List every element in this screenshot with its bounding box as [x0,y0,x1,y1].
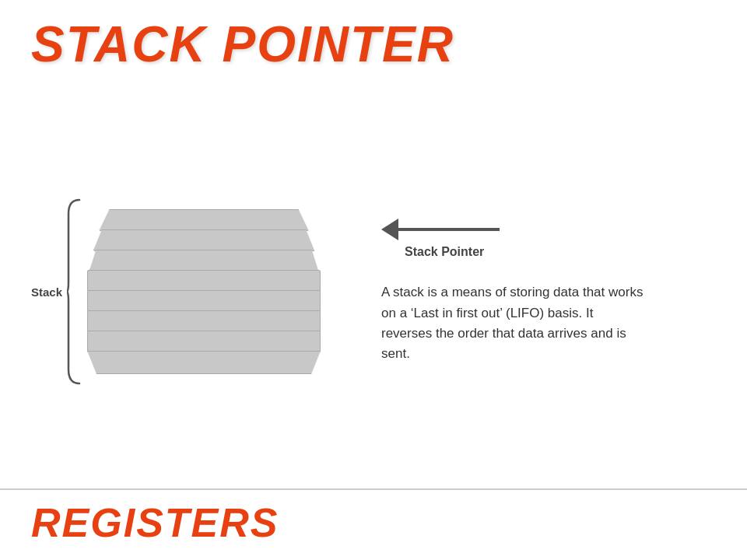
slide-container: STACK POINTER Stack [0,0,747,560]
stack-brace [65,198,82,385]
stack-layer [87,270,321,292]
divider-line [0,488,747,490]
stack-pointer-section: Stack Pointer [381,219,716,259]
stack-layer [87,290,321,312]
bottom-title: REGISTERS [31,499,279,546]
arrow-line [398,228,500,231]
right-content: Stack Pointer A stack is a means of stor… [358,219,716,364]
stack-label: Stack [31,285,62,299]
stack-layer [87,310,321,332]
title-section: STACK POINTER [31,16,454,73]
stack-layers [87,209,321,374]
arrow-container [381,219,500,240]
stack-layer [87,331,321,352]
stack-layer [99,209,309,231]
stack-layer [87,351,321,374]
stack-pointer-label: Stack Pointer [405,245,484,259]
stack-layer [89,250,319,271]
main-title: STACK POINTER [31,16,454,73]
stack-layer [93,229,315,251]
bottom-title-section: REGISTERS [31,499,279,546]
arrow-left-icon [381,219,398,240]
description-text: A stack is a means of storing data that … [381,282,646,364]
stack-diagram: Stack [31,198,358,385]
content-area: Stack [31,101,716,482]
